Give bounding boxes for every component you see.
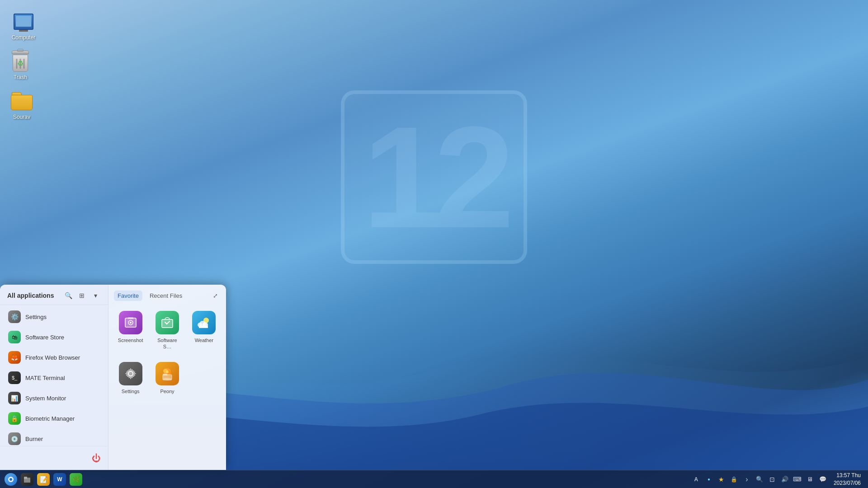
lock-tray-icon[interactable]: 🔒 <box>730 475 739 484</box>
weather-fav-label: Weather <box>195 337 213 343</box>
favorites-panel: Favorite Recent Files ⤢ <box>108 285 226 470</box>
power-button[interactable]: ⏻ <box>89 451 104 465</box>
app-item-software-store[interactable]: 🛍 Software Store <box>3 327 105 347</box>
menu-search-button[interactable]: 🔍 <box>63 290 74 301</box>
firefox-app-icon: 🦊 <box>8 351 21 364</box>
arrow-tray-icon[interactable]: › <box>742 475 751 484</box>
expand-icon: ⤢ <box>213 292 218 299</box>
software-store-app-icon: 🛍 <box>8 331 21 343</box>
trash-icon-image: ♻ <box>9 51 31 72</box>
app-item-system-monitor[interactable]: 📊 System Monitor <box>3 388 105 408</box>
peony-fav-label: Peony <box>160 388 174 394</box>
power-button-area: ⏻ <box>0 446 108 470</box>
system-monitor-app-icon: 📊 <box>8 392 21 404</box>
fav-weather[interactable]: Weather <box>188 306 221 354</box>
desktop: 12 Computer ♻ <box>0 0 868 488</box>
trash-icon-label: Trash <box>14 74 27 81</box>
menu-dropdown-button[interactable]: ▾ <box>90 290 101 301</box>
taskbar: 📝 W 🌿 A ● ★ 🔒 › 🔍 ⊡ 🔊 ⌨ 🖥 💬 13:57 <box>0 470 868 488</box>
menu-header-actions: 🔍 ⊞ ▾ <box>63 290 101 301</box>
word-taskbar-button[interactable]: W <box>52 472 67 487</box>
taskbar-right: A ● ★ 🔒 › 🔍 ⊡ 🔊 ⌨ 🖥 💬 13:57 Thu 2023/07/… <box>692 472 864 487</box>
sourav-folder-image <box>11 90 33 112</box>
clock-date: 2023/07/06 <box>834 479 861 487</box>
search-tray-icon[interactable]: 🔍 <box>755 475 764 484</box>
notes-taskbar-button[interactable]: 📝 <box>36 472 51 487</box>
files-taskbar-button[interactable] <box>20 472 34 487</box>
svg-rect-9 <box>199 326 208 328</box>
app-list: ⚙️ Settings 🛍 Software Store 🦊 Firefox W… <box>0 305 108 446</box>
app5-taskbar-button[interactable]: 🌿 <box>69 472 83 487</box>
terminal-app-icon: $_ <box>8 371 21 384</box>
app-item-settings[interactable]: ⚙️ Settings <box>3 307 105 327</box>
app-item-label-terminal: MATE Terminal <box>25 375 65 381</box>
app-list-panel: All applications 🔍 ⊞ ▾ ⚙️ Settings 🛍 Sof… <box>0 285 108 470</box>
screenshot-fav-icon <box>119 311 142 334</box>
software-store-fav-label: Software S… <box>153 337 181 350</box>
menu-tabs: Favorite Recent Files ⤢ <box>114 290 221 301</box>
app-item-label-firefox: Firefox Web Browser <box>25 354 80 361</box>
tab-favorite[interactable]: Favorite <box>114 291 142 301</box>
peony-fav-icon <box>156 362 179 385</box>
app-item-label-settings: Settings <box>25 314 47 320</box>
desktop-icon-computer[interactable]: Computer <box>5 9 42 43</box>
notes-taskbar-icon: 📝 <box>37 473 50 486</box>
fav-screenshot[interactable]: Screenshot <box>114 306 147 354</box>
screen-tray-icon[interactable]: 🖥 <box>806 475 815 484</box>
start-button[interactable] <box>4 472 18 487</box>
power-icon: ⏻ <box>92 453 101 464</box>
svg-point-19 <box>9 478 12 481</box>
app-item-biometric[interactable]: 🔒 Biometric Manager <box>3 408 105 428</box>
indicator-tray-icon[interactable]: ● <box>704 475 713 484</box>
screenshot-fav-label: Screenshot <box>118 337 143 343</box>
clock-display[interactable]: 13:57 Thu 2023/07/06 <box>830 472 864 487</box>
taskbar-left: 📝 W 🌿 <box>4 472 692 487</box>
app-item-label-biometric: Biometric Manager <box>25 415 75 422</box>
clock-time: 13:57 Thu <box>834 472 861 479</box>
tab-recent-files[interactable]: Recent Files <box>146 291 186 301</box>
desktop-icon-sourav[interactable]: Sourav <box>4 89 40 123</box>
word-taskbar-icon: W <box>53 473 66 486</box>
app-item-firefox[interactable]: 🦊 Firefox Web Browser <box>3 347 105 367</box>
settings-app-icon: ⚙️ <box>8 310 21 323</box>
sourav-folder-label: Sourav <box>13 114 30 121</box>
app-item-label-software-store: Software Store <box>25 334 64 341</box>
app-menu-panel: All applications 🔍 ⊞ ▾ ⚙️ Settings 🛍 Sof… <box>0 285 226 470</box>
keyboard-tray-icon[interactable]: ⌨ <box>793 475 802 484</box>
watermark-number: 12 <box>341 90 527 264</box>
menu-header: All applications 🔍 ⊞ ▾ <box>0 285 108 305</box>
settings-fav-icon <box>119 362 142 385</box>
weather-fav-icon <box>192 311 216 334</box>
font-tray-icon[interactable]: A <box>692 475 701 484</box>
svg-rect-17 <box>163 374 167 375</box>
files-taskbar-icon <box>21 473 33 486</box>
star-tray-icon[interactable]: ★ <box>717 475 726 484</box>
fav-settings[interactable]: Settings <box>114 357 147 398</box>
desktop-icon-trash[interactable]: ♻ Trash <box>2 49 38 83</box>
software-store-fav-icon <box>156 311 179 334</box>
app-item-label-system-monitor: System Monitor <box>25 395 66 402</box>
svg-rect-21 <box>24 477 27 479</box>
favorites-grid: Screenshot Software S… <box>114 306 221 398</box>
svg-point-15 <box>166 371 169 373</box>
fav-software-store[interactable]: Software S… <box>151 306 184 354</box>
volume-tray-icon[interactable]: 🔊 <box>780 475 789 484</box>
computer-icon-image <box>13 11 34 33</box>
burner-app-icon: 💿 <box>8 432 21 445</box>
settings-fav-label: Settings <box>122 388 140 394</box>
fav-peony[interactable]: Peony <box>151 357 184 398</box>
biometric-app-icon: 🔒 <box>8 412 21 425</box>
svg-point-2 <box>130 322 132 324</box>
start-icon <box>5 473 17 486</box>
chat-tray-icon[interactable]: 💬 <box>818 475 827 484</box>
app5-taskbar-icon: 🌿 <box>70 473 82 486</box>
menu-grid-button[interactable]: ⊞ <box>76 290 87 301</box>
app-item-burner[interactable]: 💿 Burner <box>3 429 105 446</box>
svg-rect-3 <box>128 317 133 319</box>
app-item-terminal[interactable]: $_ MATE Terminal <box>3 368 105 388</box>
computer-icon-label: Computer <box>12 34 36 42</box>
app-item-label-burner: Burner <box>25 436 43 442</box>
expand-button[interactable]: ⤢ <box>210 290 221 301</box>
system-tray: A ● ★ 🔒 › 🔍 ⊡ 🔊 ⌨ 🖥 💬 <box>692 475 827 484</box>
screenshot-tray-icon[interactable]: ⊡ <box>768 475 777 484</box>
